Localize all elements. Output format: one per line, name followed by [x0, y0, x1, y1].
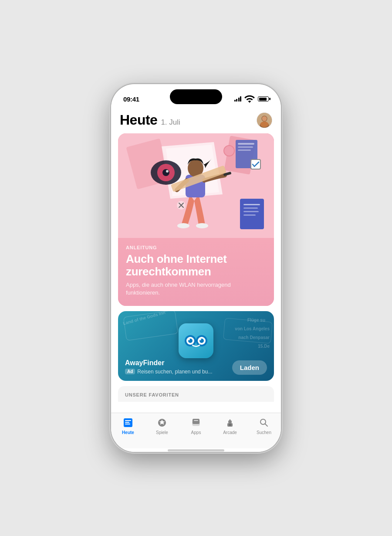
- ad-app-name: AwayFinder: [125, 359, 212, 367]
- status-time: 09:41: [123, 95, 139, 103]
- tab-suchen-label: Suchen: [257, 430, 271, 435]
- svg-rect-51: [230, 424, 230, 426]
- svg-rect-30: [243, 211, 259, 212]
- ad-info: AwayFinder Ad Reisen suchen, planen und …: [125, 359, 212, 375]
- svg-rect-31: [243, 214, 256, 216]
- svg-rect-53: [230, 419, 230, 422]
- status-icons: [234, 93, 269, 105]
- tab-heute-label: Heute: [122, 430, 134, 435]
- tab-spiele-label: Spiele: [156, 430, 168, 435]
- heute-icon: [122, 417, 134, 429]
- svg-rect-10: [238, 146, 253, 148]
- tab-arcade[interactable]: Arcade: [217, 417, 243, 435]
- tab-bar: Heute Spiele: [111, 413, 281, 448]
- svg-point-39: [188, 339, 190, 340]
- status-bar: 09:41: [111, 84, 281, 108]
- tab-suchen[interactable]: Suchen: [251, 417, 277, 435]
- app-icon-container: [179, 323, 213, 358]
- svg-point-17: [162, 169, 169, 176]
- svg-rect-11: [238, 149, 251, 151]
- card-illustration: [118, 133, 274, 238]
- card-text-area: ANLEITUNG Auch ohne Internet zurechtkomm…: [118, 238, 274, 306]
- svg-rect-43: [125, 422, 129, 423]
- tab-spiele[interactable]: Spiele: [149, 417, 175, 435]
- svg-rect-27: [240, 199, 264, 229]
- svg-rect-9: [238, 143, 254, 145]
- svg-point-24: [196, 223, 208, 228]
- main-feature-card[interactable]: ANLEITUNG Auch ohne Internet zurechtkomm…: [118, 133, 274, 306]
- svg-point-23: [177, 223, 189, 228]
- section-title: UNSERE FAVORITEN: [125, 392, 267, 397]
- dynamic-island: [170, 89, 222, 104]
- arcade-icon: [224, 417, 236, 429]
- tab-heute[interactable]: Heute: [115, 417, 141, 435]
- app-icon: [179, 323, 213, 358]
- signal-icon: [234, 96, 242, 102]
- svg-point-12: [224, 146, 234, 156]
- tab-apps-label: Apps: [191, 430, 201, 435]
- svg-rect-29: [243, 207, 258, 209]
- card-subtitle: Apps, die auch ohne WLAN hervorragend fu…: [126, 281, 266, 297]
- phone-device: 09:41 Heute 1. Juli: [111, 84, 281, 452]
- svg-point-18: [166, 170, 169, 173]
- page-title: Heute: [120, 112, 157, 128]
- spiele-icon: [156, 417, 168, 429]
- ad-description: Reisen suchen, planen und bu...: [137, 369, 212, 375]
- title-group: Heute 1. Juli: [120, 112, 180, 128]
- avatar[interactable]: [257, 112, 272, 128]
- laden-button[interactable]: Laden: [232, 360, 267, 375]
- ad-card[interactable]: Land of the Gods Inn Flüge su von Los An…: [118, 311, 274, 381]
- ad-meta: Ad Reisen suchen, planen und bu...: [125, 369, 212, 375]
- tab-arcade-label: Arcade: [223, 430, 237, 435]
- ad-badge: Ad: [125, 369, 135, 374]
- svg-rect-34: [195, 339, 197, 342]
- tab-apps[interactable]: Apps: [183, 417, 209, 435]
- svg-rect-42: [125, 420, 131, 421]
- svg-point-4: [260, 121, 269, 127]
- home-indicator: [111, 448, 281, 452]
- phone-screen: 09:41 Heute 1. Juli: [111, 84, 281, 452]
- svg-point-3: [262, 116, 267, 121]
- svg-rect-44: [125, 424, 130, 424]
- svg-point-40: [199, 339, 201, 340]
- svg-rect-48: [194, 420, 198, 421]
- wifi-icon: [244, 93, 255, 105]
- page-header: Heute 1. Juli: [111, 108, 281, 133]
- card-headline: Auch ohne Internet zurechtkommen: [126, 253, 266, 278]
- svg-rect-47: [193, 419, 199, 424]
- card-category: ANLEITUNG: [126, 245, 266, 250]
- section-header: UNSERE FAVORITEN: [118, 386, 274, 402]
- scroll-content[interactable]: Heute 1. Juli: [111, 108, 281, 413]
- battery-icon: [258, 96, 269, 102]
- suchen-icon: [258, 417, 270, 429]
- svg-rect-28: [243, 204, 260, 205]
- ad-bottom: AwayFinder Ad Reisen suchen, planen und …: [125, 359, 267, 375]
- apps-icon: [190, 417, 202, 429]
- page-date: 1. Juli: [161, 118, 180, 127]
